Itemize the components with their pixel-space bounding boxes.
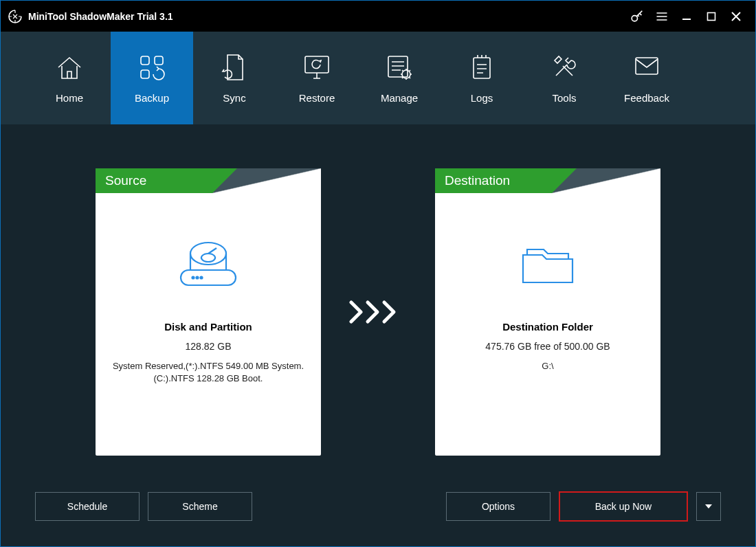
maximize-icon[interactable] bbox=[699, 1, 724, 32]
tab-feedback-label: Feedback bbox=[624, 92, 669, 104]
menu-icon[interactable] bbox=[649, 1, 674, 32]
source-title: Disk and Partition bbox=[96, 321, 321, 333]
source-header: Source bbox=[96, 168, 212, 193]
app-logo-icon bbox=[6, 8, 24, 25]
svg-rect-6 bbox=[388, 56, 408, 77]
tab-backup[interactable]: Backup bbox=[111, 32, 193, 124]
tab-tools-label: Tools bbox=[552, 92, 576, 104]
svg-rect-1 bbox=[708, 12, 715, 20]
key-icon[interactable] bbox=[625, 1, 649, 32]
tab-manage[interactable]: Manage bbox=[358, 32, 441, 124]
content-area: Source Disk and Partition 128.82 bbox=[1, 124, 755, 546]
backup-now-dropdown[interactable] bbox=[696, 492, 721, 521]
folder-icon bbox=[435, 234, 660, 296]
source-detail: System Reserved,(*:).NTFS 549.00 MB Syst… bbox=[96, 360, 321, 384]
svg-rect-2 bbox=[141, 56, 149, 65]
tab-home[interactable]: Home bbox=[28, 32, 111, 124]
manage-icon bbox=[384, 52, 414, 82]
source-size: 128.82 GB bbox=[96, 341, 321, 352]
destination-free: 475.76 GB free of 500.00 GB bbox=[435, 341, 660, 352]
close-icon[interactable] bbox=[724, 1, 748, 32]
tab-logs[interactable]: Logs bbox=[441, 32, 523, 124]
backup-icon bbox=[137, 52, 167, 82]
tab-sync-label: Sync bbox=[223, 92, 245, 104]
svg-rect-9 bbox=[636, 58, 658, 74]
destination-path: G:\ bbox=[435, 360, 660, 372]
tab-logs-label: Logs bbox=[471, 92, 493, 104]
home-icon bbox=[54, 52, 85, 82]
source-card[interactable]: Source Disk and Partition 128.82 bbox=[96, 168, 321, 456]
svg-point-12 bbox=[197, 277, 199, 279]
direction-chevrons-icon bbox=[347, 298, 409, 326]
main-nav: Home Backup Sync bbox=[1, 32, 755, 124]
svg-point-13 bbox=[201, 277, 203, 279]
destination-title: Destination Folder bbox=[435, 321, 660, 333]
tab-manage-label: Manage bbox=[381, 92, 418, 104]
svg-rect-8 bbox=[474, 58, 490, 78]
app-window: MiniTool ShadowMaker Trial 3.1 bbox=[0, 0, 756, 547]
svg-point-0 bbox=[632, 15, 637, 21]
feedback-icon bbox=[632, 52, 662, 82]
svg-rect-5 bbox=[305, 56, 329, 73]
tab-sync[interactable]: Sync bbox=[193, 32, 276, 124]
minimize-icon[interactable] bbox=[674, 1, 699, 32]
app-title: MiniTool ShadowMaker Trial 3.1 bbox=[28, 11, 173, 22]
scheme-button[interactable]: Scheme bbox=[148, 492, 252, 521]
title-bar: MiniTool ShadowMaker Trial 3.1 bbox=[1, 1, 755, 32]
tab-home-label: Home bbox=[56, 92, 83, 104]
destination-header: Destination bbox=[435, 168, 552, 193]
svg-rect-3 bbox=[155, 56, 163, 65]
disk-icon bbox=[96, 234, 321, 296]
tab-restore[interactable]: Restore bbox=[276, 32, 358, 124]
backup-now-button[interactable]: Back up Now bbox=[559, 491, 688, 522]
footer-bar: Schedule Scheme Options Back up Now bbox=[1, 491, 755, 522]
destination-card[interactable]: Destination Destination Folder 475.76 GB… bbox=[435, 168, 660, 456]
chevron-down-icon bbox=[704, 502, 713, 511]
svg-point-11 bbox=[192, 277, 194, 279]
tab-feedback[interactable]: Feedback bbox=[605, 32, 688, 124]
sync-icon bbox=[221, 52, 248, 82]
tab-tools[interactable]: Tools bbox=[523, 32, 605, 124]
options-button[interactable]: Options bbox=[446, 492, 551, 521]
svg-rect-4 bbox=[141, 70, 149, 78]
restore-icon bbox=[301, 52, 333, 82]
tab-backup-label: Backup bbox=[135, 92, 169, 104]
schedule-button[interactable]: Schedule bbox=[35, 492, 140, 521]
svg-rect-10 bbox=[181, 270, 236, 285]
tools-icon bbox=[549, 52, 579, 82]
logs-icon bbox=[468, 52, 496, 82]
tab-restore-label: Restore bbox=[299, 92, 335, 104]
